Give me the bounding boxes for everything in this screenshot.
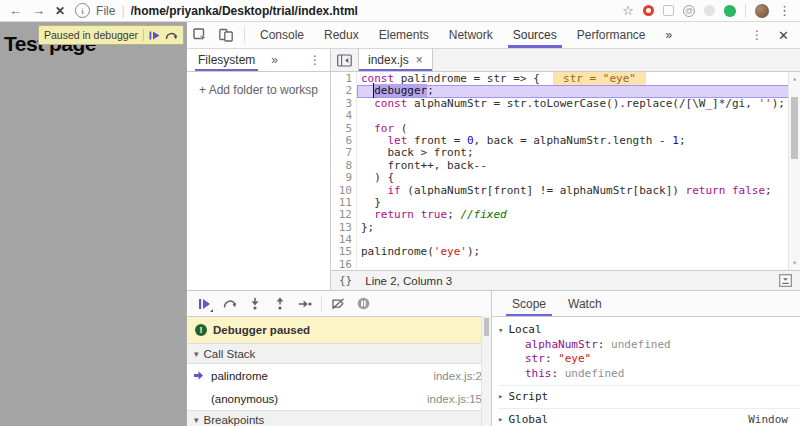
tab-indexjs[interactable]: index.js × [358, 49, 433, 71]
scope-var-alphaNumStr[interactable]: alphaNumStr: undefined [498, 337, 800, 352]
dim-extension-icon[interactable] [704, 5, 715, 16]
scope-var-this[interactable]: this: undefined [498, 366, 800, 381]
scope-section-global[interactable]: ▸GlobalWindow [498, 408, 800, 426]
expand-drawer-icon[interactable] [779, 274, 792, 287]
tri-closed-icon: ▸ [498, 391, 503, 401]
code-line-10[interactable]: if (alphaNumStr[front] != alphaNumStr[ba… [357, 185, 800, 197]
debugger-paused-message: ! Debugger paused [187, 317, 491, 343]
tri-open-icon: ▾ [194, 415, 199, 425]
close-tab-icon[interactable]: × [416, 53, 423, 67]
tab-scope[interactable]: Scope [504, 291, 554, 316]
paused-info-icon: ! [195, 324, 207, 336]
code-line-16[interactable] [357, 259, 800, 270]
var-name: str [525, 352, 545, 365]
editor-scrollbar[interactable]: ▴ ▾ [788, 72, 800, 270]
step-over-icon[interactable] [217, 291, 242, 316]
page-info-icon[interactable]: i [75, 3, 90, 18]
step-into-icon[interactable] [242, 291, 267, 316]
add-folder-button[interactable]: + Add folder to worksp [187, 83, 330, 97]
evernote-extension-icon[interactable] [724, 5, 736, 17]
stop-loading-icon[interactable]: ✕ [55, 4, 65, 18]
url-scheme: File [96, 4, 115, 18]
inspect-element-icon[interactable] [187, 22, 213, 48]
debugger-scrollbar[interactable] [481, 316, 491, 426]
tab-performance[interactable]: Performance [567, 22, 656, 48]
step-icon[interactable] [292, 291, 317, 316]
cursor-position-text: Line 2, Column 3 [365, 275, 452, 287]
pretty-print-icon[interactable]: {} [339, 274, 352, 287]
code-line-12[interactable]: return true; //fixed [357, 209, 800, 221]
editor-gutter[interactable]: 12345678910111213141516 [331, 72, 357, 270]
profile-avatar[interactable] [755, 4, 769, 18]
tab-sources[interactable]: Sources [503, 22, 567, 48]
paused-banner-label: Paused in debugger [44, 29, 138, 41]
banner-step-over-icon[interactable] [165, 31, 178, 40]
call-stack-frame[interactable]: palindromeindex.js:2 [187, 364, 491, 387]
resume-script-icon[interactable] [192, 291, 217, 316]
address-bar[interactable]: i File | /home/priyanka/Desktop/trial/in… [75, 3, 612, 18]
active-frame-icon [193, 370, 204, 381]
tab-more[interactable]: » [656, 22, 683, 48]
call-stack-header[interactable]: ▾ Call Stack [187, 343, 491, 364]
line-number-4[interactable]: 4 [331, 110, 352, 122]
opera-extension-icon[interactable] [643, 5, 654, 16]
code-line-3[interactable]: const alphaNumStr = str.toLowerCase().re… [357, 98, 800, 110]
browser-menu-icon[interactable]: ⋮ [778, 3, 791, 18]
forward-icon[interactable]: → [32, 4, 45, 17]
collapse-navigator-icon[interactable] [331, 49, 358, 71]
navigator-menu-icon[interactable]: ⋮ [309, 53, 321, 67]
url-path: /home/priyanka/Desktop/trial/index.html [131, 4, 358, 18]
navigator-pane: + Add folder to worksp [187, 72, 331, 290]
banner-divider [143, 29, 144, 41]
pause-on-exceptions-icon[interactable] [351, 291, 376, 316]
deactivate-breakpoints-icon[interactable] [326, 291, 351, 316]
tab-watch[interactable]: Watch [560, 291, 610, 316]
code-editor[interactable]: 12345678910111213141516 const palindrome… [331, 72, 800, 270]
line-number-15[interactable]: 15 [331, 246, 352, 258]
debugger-area: ! Debugger paused ▾ Call Stack palindrom… [187, 290, 800, 426]
device-toolbar-icon[interactable] [213, 22, 239, 48]
scope-tabs: ScopeWatch [492, 291, 800, 317]
scroll-up-icon[interactable]: ▴ [789, 73, 800, 85]
line-number-7[interactable]: 7 [331, 147, 352, 159]
line-number-9[interactable]: 9 [331, 172, 352, 184]
call-stack-frame[interactable]: (anonymous)index.js:15 [187, 387, 491, 410]
call-stack-title: Call Stack [204, 348, 256, 360]
browser-toolbar: ← → ✕ i File | /home/priyanka/Desktop/tr… [0, 0, 800, 22]
devtools-close-icon[interactable]: ✕ [778, 28, 789, 43]
scroll-down-icon[interactable]: ▾ [789, 257, 800, 269]
devtools-toolbar: ConsoleReduxElementsNetworkSourcesPerfor… [187, 22, 800, 49]
extension-square-icon[interactable] [663, 5, 674, 16]
paused-in-debugger-banner: Paused in debugger [38, 25, 184, 45]
scrollbar-thumb[interactable] [791, 97, 798, 159]
breakpoints-header[interactable]: ▾ Breakpoints [187, 410, 491, 426]
bookmark-star-icon[interactable]: ☆ [622, 3, 634, 18]
editor-code[interactable]: const palindrome = str => { str = "eye" … [357, 72, 800, 270]
line-number-2[interactable]: 2 [331, 85, 352, 97]
code-line-15[interactable]: palindrome('eye'); [357, 246, 800, 258]
tab-console[interactable]: Console [250, 22, 314, 48]
scrollbar-thumb[interactable] [484, 318, 489, 336]
step-out-icon[interactable] [267, 291, 292, 316]
line-number-16[interactable]: 16 [331, 259, 352, 270]
line-number-12[interactable]: 12 [331, 209, 352, 221]
back-icon[interactable]: ← [9, 4, 22, 17]
scope-section-script[interactable]: ▸Script [498, 385, 800, 404]
var-value: "eye" [558, 352, 591, 365]
code-line-4[interactable] [357, 110, 800, 122]
tab-elements[interactable]: Elements [369, 22, 439, 48]
banner-resume-icon[interactable] [149, 31, 160, 40]
navigator-more-tabs-icon[interactable]: » [271, 53, 278, 67]
scope-section-label: Script [508, 390, 548, 403]
scope-var-str[interactable]: str: "eye" [498, 352, 800, 367]
tri-open-icon: ▾ [498, 325, 503, 335]
tab-filesystem[interactable]: Filesystem [195, 49, 258, 71]
scope-section-local[interactable]: ▾Local [498, 322, 800, 337]
tab-redux[interactable]: Redux [314, 22, 369, 48]
code-line-13[interactable]: }; [357, 222, 800, 234]
tab-network[interactable]: Network [439, 22, 503, 48]
devtools-menu-icon[interactable]: ⋮ [751, 28, 763, 42]
code-line-8[interactable]: front++, back-- [357, 160, 800, 172]
at-extension-icon[interactable]: @ [683, 5, 695, 17]
scope-section-label: Global [508, 413, 548, 426]
